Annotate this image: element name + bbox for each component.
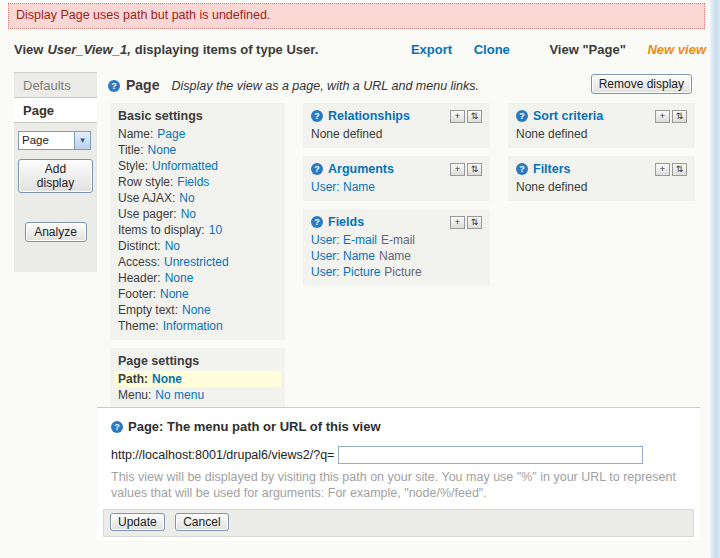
setting-label: Empty text: [118, 303, 178, 317]
fields-header: ? Fields + ⇅ [311, 215, 482, 229]
setting-value-link[interactable]: Fields [177, 175, 209, 189]
rearrange-icon-button[interactable]: ⇅ [467, 163, 482, 176]
display-subtitle: Display the view as a page, with a URL a… [171, 79, 479, 93]
update-button[interactable]: Update [110, 513, 165, 531]
help-icon[interactable]: ? [516, 163, 528, 175]
setting-value-link[interactable]: No menu [155, 388, 204, 402]
setting-label: Use AJAX: [118, 191, 175, 205]
setting-label: Title: [118, 143, 144, 157]
rearrange-icon-button[interactable]: ⇅ [672, 163, 687, 176]
rearrange-icon-button[interactable]: ⇅ [467, 110, 482, 123]
setting-label: Style: [118, 159, 148, 173]
cancel-button[interactable]: Cancel [175, 513, 228, 531]
setting-value-link[interactable]: Page [157, 127, 185, 141]
add-icon-button[interactable]: + [450, 216, 465, 229]
help-icon[interactable]: ? [311, 216, 323, 228]
help-icon[interactable]: ? [311, 163, 323, 175]
argument-link[interactable]: User: Name [311, 180, 375, 194]
setting-row: Distinct:No [118, 238, 277, 254]
setting-label: Access: [118, 255, 160, 269]
clone-link[interactable]: Clone [474, 42, 510, 57]
add-icon-button[interactable]: + [450, 110, 465, 123]
view-actions: Export Clone View "Page" New view [393, 42, 706, 57]
help-icon[interactable]: ? [108, 80, 120, 92]
field-link[interactable]: User: Picture [311, 265, 380, 279]
settings-column-middle: ? Relationships + ⇅ None defined ? Argum… [303, 103, 490, 294]
setting-value-link[interactable]: Information [163, 319, 223, 333]
path-input[interactable] [338, 446, 643, 464]
setting-label: Header: [118, 271, 161, 285]
export-link[interactable]: Export [411, 42, 452, 57]
views-ui-container: Defaults Page Page ▾ Add display Analyze… [14, 68, 700, 540]
settings-column-right: ? Sort criteria + ⇅ None defined ? Filte… [508, 103, 695, 209]
field-item: User: NameName [311, 248, 482, 264]
setting-row: Row style:Fields [118, 174, 277, 190]
view-name: User_View_1, [47, 42, 130, 57]
setting-value-link[interactable]: 10 [209, 223, 222, 237]
sort-criteria-title-link[interactable]: Sort criteria [533, 109, 653, 123]
setting-label: Use pager: [118, 207, 177, 221]
setting-row: Theme:Information [118, 318, 277, 334]
filters-panel: ? Filters + ⇅ None defined [508, 156, 695, 201]
remove-display-button[interactable]: Remove display [591, 74, 692, 94]
setting-value-link[interactable]: None [182, 303, 211, 317]
tab-defaults[interactable]: Defaults [14, 73, 97, 98]
setting-row: Footer:None [118, 286, 277, 302]
filters-title-link[interactable]: Filters [533, 162, 653, 176]
view-title: ViewUser_View_1,displaying items of type… [14, 42, 318, 57]
help-icon[interactable]: ? [311, 110, 323, 122]
relationships-header: ? Relationships + ⇅ [311, 109, 482, 123]
fields-title-link[interactable]: Fields [328, 215, 448, 229]
setting-row: Title:None [118, 142, 277, 158]
field-link[interactable]: User: E-mail [311, 233, 377, 247]
view-title-suffix: displaying items of type User. [135, 42, 319, 57]
setting-row: Items to display:10 [118, 222, 277, 238]
setting-value-link[interactable]: None [165, 271, 194, 285]
arguments-title-link[interactable]: Arguments [328, 162, 448, 176]
sort-criteria-empty-text: None defined [516, 126, 687, 142]
setting-value-link[interactable]: Unrestricted [164, 255, 229, 269]
help-icon[interactable]: ? [111, 421, 123, 433]
setting-row: Use AJAX:No [118, 190, 277, 206]
analyze-button[interactable]: Analyze [25, 222, 87, 242]
setting-value-link[interactable]: None [148, 143, 177, 157]
relationships-empty-text: None defined [311, 126, 482, 142]
page-settings-title: Page settings [118, 354, 277, 368]
setting-value-link[interactable]: Unformatted [152, 159, 218, 173]
views-admin-page: Display Page uses path but path is undef… [0, 0, 720, 558]
view-page-link[interactable]: View "Page" [549, 42, 625, 57]
setting-value-link[interactable]: No [165, 239, 180, 253]
field-admin-label: Picture [384, 265, 421, 279]
setting-label: Path: [118, 372, 148, 386]
new-view-link[interactable]: New view [647, 42, 706, 57]
field-admin-label: Name [379, 249, 411, 263]
rearrange-icon-button[interactable]: ⇅ [672, 110, 687, 123]
setting-label: Theme: [118, 319, 159, 333]
add-icon-button[interactable]: + [655, 163, 670, 176]
setting-label: Distinct: [118, 239, 161, 253]
add-icon-button[interactable]: + [655, 110, 670, 123]
relationships-title-link[interactable]: Relationships [328, 109, 448, 123]
field-admin-label: E-mail [381, 233, 415, 247]
setting-label: Name: [118, 127, 153, 141]
add-display-button[interactable]: Add display [18, 159, 93, 193]
setting-value-link[interactable]: No [181, 207, 196, 221]
field-link[interactable]: User: Name [311, 249, 375, 263]
setting-label: Footer: [118, 287, 156, 301]
path-config-heading: ?Page: The menu path or URL of this view [111, 419, 700, 434]
help-icon[interactable]: ? [516, 110, 528, 122]
tab-page[interactable]: Page [14, 98, 97, 123]
setting-row: Access:Unrestricted [118, 254, 277, 270]
sort-criteria-header: ? Sort criteria + ⇅ [516, 109, 687, 123]
filters-header: ? Filters + ⇅ [516, 162, 687, 176]
rearrange-icon-button[interactable]: ⇅ [467, 216, 482, 229]
setting-value-link[interactable]: No [179, 191, 194, 205]
page-settings-box: Page settings Path:None Menu:No menu [110, 348, 285, 409]
setting-value-link[interactable]: None [160, 287, 189, 301]
add-icon-button[interactable]: + [450, 163, 465, 176]
setting-label: Menu: [118, 388, 151, 402]
display-type-select[interactable]: Page ▾ [18, 131, 91, 150]
settings-column-left: Basic settings Name:Page Title:None Styl… [110, 103, 285, 417]
setting-value-link[interactable]: None [152, 372, 182, 386]
display-title-bar: ?PageDisplay the view as a page, with a … [108, 77, 694, 101]
